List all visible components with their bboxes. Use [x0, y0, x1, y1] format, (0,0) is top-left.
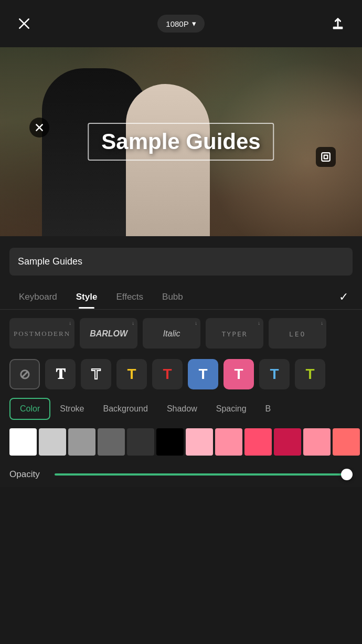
tab-keyboard[interactable]: Keyboard [9, 287, 67, 308]
resolution-label: 1080P [166, 19, 188, 28]
confirm-button[interactable]: ✓ [335, 285, 353, 309]
style-row: ⊘ 𝐓 T T T T T T T [0, 353, 362, 396]
color-swatch-11[interactable] [333, 428, 360, 456]
t-blue-icon: T [198, 366, 207, 383]
svg-rect-2 [333, 27, 343, 29]
font-arrow: ↓ [321, 320, 323, 326]
tab-style[interactable]: Style [67, 287, 107, 308]
text-delete-button[interactable] [29, 118, 49, 138]
sub-tab-color[interactable]: Color [9, 398, 50, 420]
font-arrow: ↓ [195, 320, 197, 326]
font-name-barlow: BARLOW [90, 329, 127, 339]
font-typer[interactable]: ↓ TYPER [206, 318, 263, 349]
tab-bubble[interactable]: Bubb [153, 287, 193, 308]
font-leo[interactable]: ↓ LEO [269, 318, 326, 349]
color-swatch-3[interactable] [98, 428, 125, 456]
t-outline-icon: T [91, 366, 100, 383]
sub-tab-stroke[interactable]: Stroke [50, 399, 93, 419]
sub-tabs-row: Color Stroke Background Shadow Spacing B [0, 396, 362, 422]
style-yellowgreen-button[interactable]: T [295, 359, 325, 389]
style-darkblue-button[interactable]: T [259, 359, 290, 389]
tab-effects[interactable]: Effects [107, 287, 153, 308]
style-none-icon: ⊘ [19, 366, 30, 383]
t-yellow-icon: T [127, 366, 136, 383]
sub-tab-b[interactable]: B [256, 399, 281, 419]
resolution-button[interactable]: 1080P ▾ [157, 15, 204, 33]
style-plain-button[interactable]: 𝐓 [45, 359, 76, 389]
color-swatch-0[interactable] [9, 428, 37, 456]
color-palette [0, 422, 362, 462]
t-red-icon: T [163, 366, 172, 383]
resolution-arrow: ▾ [192, 19, 196, 28]
font-barlow[interactable]: ↓ BARLOW [80, 318, 137, 349]
color-swatch-1[interactable] [39, 428, 66, 456]
color-swatch-7[interactable] [215, 428, 242, 456]
resize-handle[interactable] [316, 147, 336, 167]
tabs-divider [0, 309, 362, 310]
font-name-postmodern: POSTMODERN [14, 330, 70, 338]
sub-tab-background[interactable]: Background [93, 399, 157, 419]
close-button[interactable] [15, 14, 34, 33]
font-arrow: ↓ [258, 320, 260, 326]
video-preview: Sample Guides [0, 47, 362, 236]
style-outline-button[interactable]: T [81, 359, 111, 389]
font-postmodern[interactable]: ↓ POSTMODERN [9, 318, 74, 349]
style-yellow-button[interactable]: T [116, 359, 147, 389]
t-yellowgreen-icon: T [305, 366, 314, 383]
color-swatch-6[interactable] [186, 428, 213, 456]
text-input-field[interactable] [9, 248, 353, 276]
opacity-slider[interactable] [55, 473, 353, 476]
color-swatch-4[interactable] [127, 428, 154, 456]
style-blue-bg-button[interactable]: T [188, 359, 218, 389]
font-name-leo: LEO [289, 330, 306, 338]
font-name-italic: Italic [163, 329, 180, 339]
editing-panel: Keyboard Style Effects Bubb ✓ ↓ POSTMODE… [0, 236, 362, 487]
t-pink-icon: T [234, 366, 243, 383]
sub-tab-spacing[interactable]: Spacing [207, 399, 256, 419]
font-row: ↓ POSTMODERN ↓ BARLOW ↓ Italic ↓ TYPER ↓… [0, 314, 362, 353]
t-plain-icon: 𝐓 [56, 366, 66, 383]
text-input-row [0, 242, 362, 281]
opacity-row: Opacity [0, 462, 362, 487]
color-swatch-8[interactable] [244, 428, 272, 456]
color-swatch-9[interactable] [274, 428, 301, 456]
upload-button[interactable] [328, 14, 347, 33]
opacity-thumb[interactable] [341, 469, 353, 480]
color-swatch-5[interactable] [156, 428, 184, 456]
font-name-typer: TYPER [222, 330, 248, 338]
top-bar: 1080P ▾ [0, 0, 362, 47]
color-swatch-2[interactable] [68, 428, 95, 456]
font-arrow: ↓ [132, 320, 134, 326]
font-italic[interactable]: ↓ Italic [143, 318, 200, 349]
text-overlay-box[interactable]: Sample Guides [88, 123, 274, 161]
opacity-label: Opacity [9, 469, 46, 480]
overlay-text-label: Sample Guides [101, 129, 260, 154]
tabs-row: Keyboard Style Effects Bubb ✓ [0, 281, 362, 309]
svg-rect-5 [322, 153, 330, 161]
style-none-button[interactable]: ⊘ [9, 359, 40, 389]
color-swatch-10[interactable] [303, 428, 331, 456]
font-arrow: ↓ [69, 320, 71, 326]
style-pink-bg-button[interactable]: T [223, 359, 254, 389]
style-red-button[interactable]: T [152, 359, 183, 389]
t-darkblue-icon: T [270, 366, 279, 383]
sub-tab-shadow[interactable]: Shadow [157, 399, 207, 419]
